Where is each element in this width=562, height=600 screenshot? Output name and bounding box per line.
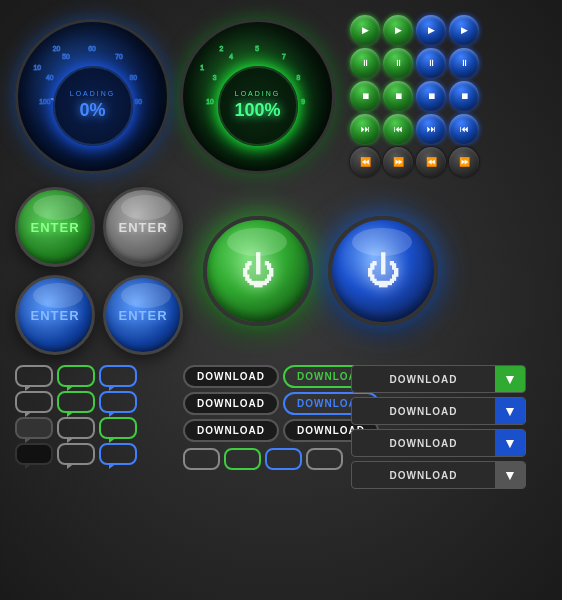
download-arrow-blue-2: ▼ [495,430,525,456]
svg-text:80: 80 [130,73,138,80]
download-bar-blue-label-1: DOWNLOAD [352,406,495,417]
svg-text:4: 4 [229,52,233,59]
bubble-green-2 [57,391,95,413]
speech-bubbles-section [15,365,175,489]
gauge-green: 5 7 8 9 4 3 10 2 1 LOADING [180,19,335,174]
svg-text:10: 10 [206,97,214,104]
download-center: DOWNLOAD DOWNLOAD DOWNLOAD DOWNLOAD DOWN… [183,365,343,489]
svg-text:20: 20 [53,44,61,51]
main-container: 60 70 80 90 50 40 100 20 10 LOAD [0,0,562,600]
svg-text:70: 70 [115,52,123,59]
download-bar-gray[interactable]: DOWNLOAD ▼ [351,461,526,489]
fwd-btn-2[interactable]: ⏩ [449,147,479,177]
svg-text:5: 5 [255,44,259,51]
middle-row: ENTER ENTER ENTER ENTER ⏻ ⏻ [15,187,547,355]
play-btn-b1[interactable]: ▶ [416,15,446,45]
enter-btn-green-1[interactable]: ENTER [15,187,95,267]
bubble-row-1 [15,365,175,387]
gauge-blue-inner: LOADING 0% [53,66,133,146]
download-bar-gray-label: DOWNLOAD [352,470,495,481]
stop-btn-g1[interactable]: ⏹ [350,81,380,111]
svg-text:40: 40 [46,73,54,80]
bottom-row: DOWNLOAD DOWNLOAD DOWNLOAD DOWNLOAD DOWN… [15,365,547,489]
bubble-dark-1 [15,417,53,439]
bubble-row-3 [15,417,175,439]
download-btn-dark-2[interactable]: DOWNLOAD [183,392,279,415]
fwd-btn-1[interactable]: ⏩ [383,147,413,177]
bubble-white-3 [57,417,95,439]
power-btn-green[interactable]: ⏻ [203,216,313,326]
power-btn-blue[interactable]: ⏻ [328,216,438,326]
stop-btn-g2[interactable]: ⏹ [383,81,413,111]
skip-prev-g1[interactable]: ⏮ [383,114,413,144]
download-bar-green-label: DOWNLOAD [352,374,495,385]
svg-text:2: 2 [220,44,224,51]
download-bar-green[interactable]: DOWNLOAD ▼ [351,365,526,393]
svg-text:100: 100 [39,97,50,104]
download-arrow-green: ▼ [495,366,525,392]
gauge-green-label: LOADING [235,90,281,97]
rects-row [183,448,343,470]
download-row-3: DOWNLOAD DOWNLOAD [183,419,343,442]
bubble-white-4 [57,443,95,465]
rect-blue-1 [265,448,302,470]
bubble-row-2 [15,391,175,413]
enter-btn-blue-1[interactable]: ENTER [15,275,95,355]
play-btn-g1[interactable]: ▶ [350,15,380,45]
rect-white-1 [183,448,220,470]
bubble-blue-2 [99,391,137,413]
download-row-1: DOWNLOAD DOWNLOAD [183,365,343,388]
enter-btn-blue-2[interactable]: ENTER [103,275,183,355]
download-bar-blue-2[interactable]: DOWNLOAD ▼ [351,429,526,457]
rew-btn-1[interactable]: ⏪ [350,147,380,177]
svg-text:60: 60 [88,44,96,51]
svg-text:50: 50 [62,52,70,59]
bubble-row-4 [15,443,175,465]
download-right: DOWNLOAD ▼ DOWNLOAD ▼ DOWNLOAD ▼ DOWNLOA… [351,365,526,489]
gauge-blue-value: 0% [79,100,105,121]
download-btn-dark-1[interactable]: DOWNLOAD [183,365,279,388]
gauge-blue: 60 70 80 90 50 40 100 20 10 LOAD [15,19,170,174]
svg-text:3: 3 [213,73,217,80]
pause-btn-b2[interactable]: ⏸ [449,48,479,78]
media-buttons-grid: ▶ ▶ ▶ ▶ ⏸ ⏸ ⏸ ⏸ ⏹ ⏹ ⏹ ⏹ ⏭ ⏮ ⏭ ⏮ ⏪ ⏩ ⏪ ⏩ [350,15,479,177]
rect-white-2 [306,448,343,470]
svg-text:1: 1 [200,64,204,71]
rect-green-1 [224,448,261,470]
download-row-2: DOWNLOAD DOWNLOAD [183,392,343,415]
gauge-green-inner: LOADING 100% [218,66,298,146]
power-icon-blue: ⏻ [366,251,401,291]
download-bar-blue-label-2: DOWNLOAD [352,438,495,449]
pause-btn-g1[interactable]: ⏸ [350,48,380,78]
enter-buttons-grid: ENTER ENTER ENTER ENTER [15,187,183,355]
skip-next-b1[interactable]: ⏭ [416,114,446,144]
power-icon-green: ⏻ [241,251,276,291]
enter-btn-gray-1[interactable]: ENTER [103,187,183,267]
bubble-green-3 [99,417,137,439]
download-btn-dark-3[interactable]: DOWNLOAD [183,419,279,442]
power-buttons: ⏻ ⏻ [203,216,438,326]
pause-btn-g2[interactable]: ⏸ [383,48,413,78]
bubble-green-1 [57,365,95,387]
svg-text:10: 10 [33,64,41,71]
download-arrow-blue-1: ▼ [495,398,525,424]
gauge-blue-label: LOADING [70,90,116,97]
download-bar-blue-1[interactable]: DOWNLOAD ▼ [351,397,526,425]
play-btn-b2[interactable]: ▶ [449,15,479,45]
play-btn-g2[interactable]: ▶ [383,15,413,45]
download-arrow-gray: ▼ [495,462,525,488]
svg-text:9: 9 [301,97,305,104]
skip-prev-b1[interactable]: ⏮ [449,114,479,144]
pause-btn-b1[interactable]: ⏸ [416,48,446,78]
rew-btn-2[interactable]: ⏪ [416,147,446,177]
skip-next-g1[interactable]: ⏭ [350,114,380,144]
bubble-white-2 [15,391,53,413]
stop-btn-b1[interactable]: ⏹ [416,81,446,111]
bubble-blue-3 [99,443,137,465]
svg-text:90: 90 [134,97,142,104]
svg-text:8: 8 [296,73,300,80]
stop-btn-b2[interactable]: ⏹ [449,81,479,111]
top-row: 60 70 80 90 50 40 100 20 10 LOAD [15,15,547,177]
bubble-white-1 [15,365,53,387]
bubble-black-1 [15,443,53,465]
